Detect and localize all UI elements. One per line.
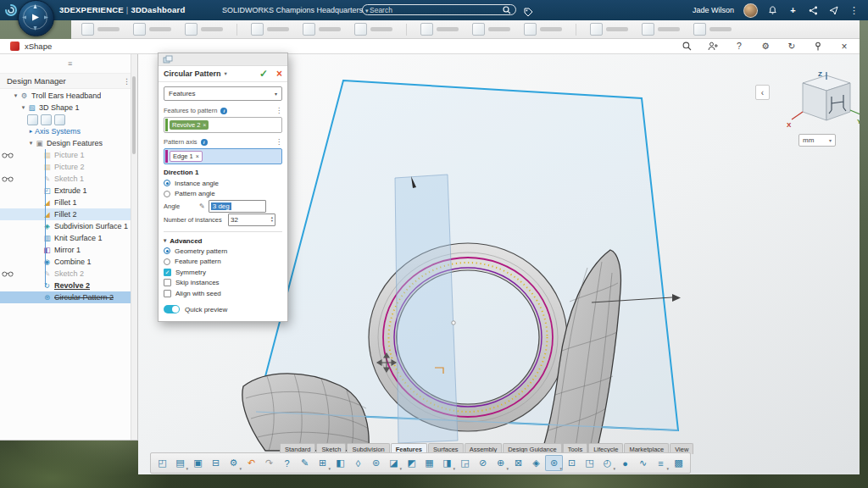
tool-icon[interactable]: ⊞▾ <box>314 455 331 471</box>
config-icon[interactable] <box>27 114 38 125</box>
view-cube[interactable]: Z X Y <box>786 68 860 134</box>
tree-item-picture-2[interactable]: ▦Picture 2 <box>0 161 131 173</box>
add-icon[interactable]: + <box>787 5 798 16</box>
radio-icon[interactable] <box>164 191 170 197</box>
tool-icon[interactable]: ⊚ <box>367 455 385 471</box>
panel-menu-icon[interactable]: ≡ <box>68 59 78 68</box>
close-icon[interactable]: × <box>839 42 849 52</box>
sync-icon[interactable]: ↻ <box>787 42 797 52</box>
scrollbar-thumb[interactable] <box>132 76 136 154</box>
more-menu-icon[interactable]: ⋮ <box>849 5 860 16</box>
settings-gear-icon[interactable]: ⚙ <box>760 42 771 52</box>
help-icon[interactable]: ? <box>278 455 296 471</box>
tool-icon[interactable]: ⊠ <box>509 455 527 471</box>
tree-item-combine-1[interactable]: ◉Combine 1 <box>0 256 131 268</box>
checkbox-icon[interactable] <box>164 290 171 297</box>
tool-icon[interactable]: ▤▾ <box>171 455 189 471</box>
tool-icon[interactable]: ▦ <box>420 455 438 471</box>
tool-icon[interactable]: ≡▾ <box>652 455 670 471</box>
circular-pattern-icon[interactable]: ⊛▾ <box>545 455 563 471</box>
edit-pencil-icon[interactable]: ✎ <box>199 202 205 210</box>
tool-icon[interactable]: ▣ <box>189 455 207 471</box>
tool-icon[interactable]: ◲ <box>456 455 474 471</box>
search-icon[interactable] <box>682 42 692 52</box>
send-icon[interactable] <box>828 5 839 16</box>
configuration-icons-row[interactable] <box>0 114 131 125</box>
radio-selected-icon[interactable] <box>164 247 170 254</box>
tree-item-extrude-1[interactable]: ◰Extrude 1 <box>0 185 131 197</box>
selected-axis-chip[interactable]: Edge 1 × <box>170 151 203 162</box>
tree-item-sketch-2[interactable]: ✎Sketch 2 <box>0 268 131 280</box>
quick-access-tool[interactable] <box>472 23 510 36</box>
tree-item-knit-surface-1[interactable]: ▥Knit Surface 1 <box>0 232 131 244</box>
checkbox-icon[interactable] <box>164 279 171 286</box>
tool-icon[interactable]: ⊕▾ <box>492 455 509 471</box>
quick-access-tool[interactable] <box>185 23 223 36</box>
settings-icon[interactable]: ⚙▾ <box>225 455 242 471</box>
cancel-button[interactable]: × <box>276 68 282 80</box>
toggle-on-icon[interactable] <box>164 305 180 313</box>
redo-icon[interactable]: ↷ <box>260 455 278 471</box>
info-icon[interactable]: i <box>201 139 208 146</box>
tree-item-axis-systems[interactable]: ▸Axis Systems <box>0 125 131 137</box>
avatar[interactable] <box>743 3 758 18</box>
info-icon[interactable]: i <box>220 108 227 114</box>
undo-icon[interactable]: ↶ <box>242 455 260 471</box>
features-to-pattern-field[interactable]: Revolve 2 × <box>164 117 282 133</box>
tree-item-subdivision-surface-1[interactable]: ◈Subdivision Surface 1 <box>0 220 131 232</box>
units-dropdown[interactable]: mm ▾ <box>798 134 836 147</box>
search-input[interactable]: Search <box>362 4 516 15</box>
tree-item-fillet-2[interactable]: ◢Fillet 2 <box>0 208 131 220</box>
radio-selected-icon[interactable] <box>164 180 170 186</box>
tree-item-revolve-2[interactable]: ↻Revolve 2 <box>0 280 131 291</box>
tool-icon[interactable]: ∿ <box>634 455 652 471</box>
expander-icon[interactable]: ▸ <box>27 128 35 135</box>
tool-icon[interactable]: ◳ <box>581 455 598 471</box>
tool-icon[interactable]: ◴▾ <box>598 455 616 471</box>
quick-access-tool[interactable] <box>590 23 628 36</box>
tool-icon[interactable]: ◪▾ <box>385 455 403 471</box>
tree-item-fillet-1[interactable]: ◢Fillet 1 <box>0 197 131 208</box>
pattern-angle-option[interactable]: Pattern angle <box>164 189 282 200</box>
quick-access-tool[interactable] <box>133 23 171 36</box>
advanced-section-toggle[interactable]: ▾ Advanced <box>164 236 282 246</box>
field-options-icon[interactable]: ⋮ <box>275 107 282 114</box>
tree-item-picture-1[interactable]: ▦Picture 1 <box>0 149 131 161</box>
panel-options-icon[interactable]: ⋮ <box>123 77 131 86</box>
notifications-bell-icon[interactable] <box>767 5 778 16</box>
quick-access-tool[interactable] <box>642 23 680 36</box>
quick-access-tool[interactable] <box>693 23 732 36</box>
expander-icon[interactable]: ▾ <box>19 104 27 111</box>
tool-icon[interactable]: ◨▾ <box>438 455 456 471</box>
quick-access-tool[interactable] <box>420 23 459 36</box>
tag-icon[interactable] <box>524 5 533 20</box>
spinner-control[interactable]: ▴▾ <box>271 216 273 223</box>
tree-scrollbar[interactable] <box>131 54 137 440</box>
expander-icon[interactable]: ▾ <box>27 140 35 147</box>
instances-input[interactable]: 32 ▴▾ <box>228 214 275 226</box>
quick-access-tool[interactable] <box>81 23 120 36</box>
sketch-icon[interactable]: ✎ <box>296 455 314 471</box>
tree-item-sketch-1[interactable]: ✎Sketch 1 <box>0 173 131 185</box>
share-icon[interactable] <box>808 5 819 16</box>
config-icon[interactable] <box>54 114 65 125</box>
pattern-type-select[interactable]: Features ▾ <box>164 86 282 101</box>
radio-icon[interactable] <box>164 258 170 265</box>
dialog-titlebar[interactable] <box>159 53 287 66</box>
config-icon[interactable] <box>41 114 52 125</box>
selected-feature-chip[interactable]: Revolve 2 × <box>170 120 209 130</box>
skip-instances-checkbox[interactable]: Skip instances <box>164 278 282 289</box>
geometry-pattern-option[interactable]: Geometry pattern <box>164 246 282 257</box>
tool-icon[interactable]: ◩ <box>403 455 420 471</box>
tool-icon[interactable]: ◰ <box>153 455 171 471</box>
tree-item-mirror-1[interactable]: ◧Mirror 1 <box>0 244 131 256</box>
feature-pattern-option[interactable]: Feature pattern <box>164 257 282 268</box>
quick-access-tool[interactable] <box>524 23 562 36</box>
design-manager-header[interactable]: Design Manager ⋮ <box>0 74 137 89</box>
chevron-down-icon[interactable]: ▾ <box>225 70 227 77</box>
quick-access-tool[interactable] <box>251 23 289 36</box>
angle-input[interactable]: 3 deg <box>209 200 266 213</box>
3dexperience-compass[interactable] <box>18 0 54 36</box>
quick-preview-toggle[interactable]: Quick preview <box>164 304 282 315</box>
remove-chip-icon[interactable]: × <box>203 122 206 128</box>
